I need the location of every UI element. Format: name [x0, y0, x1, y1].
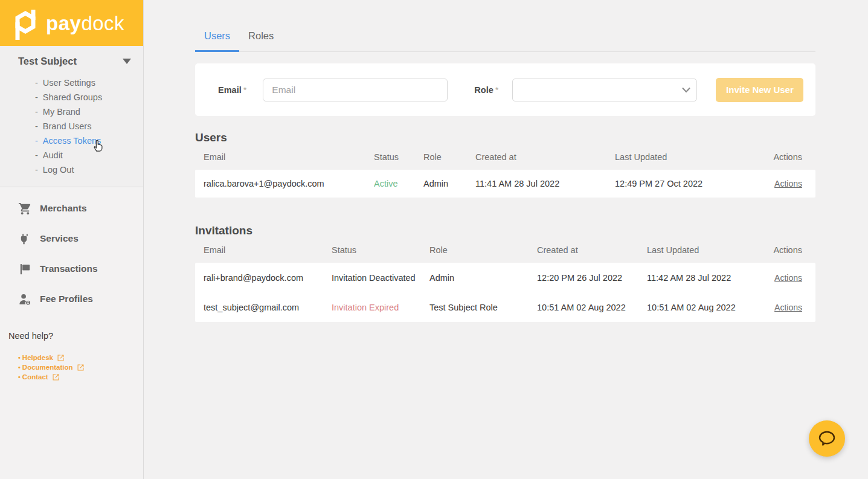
external-link-icon [77, 364, 84, 371]
sidebar-nav: MerchantsServicesTransactionsFee Profile… [0, 193, 143, 314]
cell-status: Active [374, 179, 423, 188]
help-link-label: Contact [22, 372, 48, 382]
cell-email: rali+brand@paydock.com [204, 273, 332, 283]
help-link-label: Documentation [22, 362, 73, 372]
cell-last-updated: 11:42 AM 28 Jul 2022 [647, 273, 769, 283]
paydock-hexagon-logo-icon [12, 9, 39, 40]
sidebar-nav-merchants[interactable]: Merchants [0, 193, 143, 223]
users-section-title: Users [195, 131, 815, 144]
column-header-last-updated: Last Updated [647, 245, 769, 255]
account-switcher[interactable]: Test Subject [0, 46, 143, 69]
sidebar-nav-services[interactable]: Services [0, 223, 143, 254]
column-header-actions: Actions [769, 245, 802, 255]
help-link-documentation[interactable]: Documentation [18, 362, 135, 372]
column-header-email: Email [204, 245, 332, 255]
users-table: EmailStatusRoleCreated atLast UpdatedAct… [195, 144, 815, 198]
users-table-body: ralica.barova+1@paydock.comActiveAdmin11… [195, 170, 815, 198]
tab-bar: UsersRoles [195, 30, 815, 52]
nav-label: Merchants [40, 203, 87, 214]
help-link-helpdesk[interactable]: Helpdesk [18, 353, 135, 362]
sidebar-lower: MerchantsServicesTransactionsFee Profile… [0, 187, 143, 479]
flag-icon [18, 262, 32, 276]
table-row: ralica.barova+1@paydock.comActiveAdmin11… [195, 170, 815, 198]
invite-user-form: Email* Role* Invite New User [195, 63, 815, 116]
cell-last-updated: 10:51 AM 02 Aug 2022 [647, 303, 769, 312]
email-field[interactable] [263, 79, 448, 101]
column-header-created-at: Created at [475, 152, 615, 162]
cell-role: Admin [429, 273, 537, 283]
help-links: HelpdeskDocumentationContact [8, 353, 135, 382]
invitations-section-title: Invitations [195, 224, 815, 237]
logo-wordmark: paydock [46, 13, 124, 33]
main-area: UsersRoles Email* Role* Invite New User … [144, 0, 868, 479]
invitations-table-body: rali+brand@paydock.comInvitation Deactiv… [195, 263, 815, 322]
cell-created-at: 12:20 PM 26 Jul 2022 [537, 273, 647, 283]
nav-label: Transactions [40, 263, 98, 274]
sidebar-nav-transactions[interactable]: Transactions [0, 254, 143, 284]
cart-icon [18, 202, 32, 216]
caret-down-icon [123, 59, 131, 64]
required-mark: * [243, 85, 247, 95]
cell-email: ralica.barova+1@paydock.com [204, 179, 374, 188]
cell-last-updated: 12:49 PM 27 Oct 2022 [615, 179, 769, 188]
tab-users[interactable]: Users [195, 30, 239, 51]
users-table-header: EmailStatusRoleCreated atLast UpdatedAct… [195, 144, 815, 170]
column-header-actions: Actions [769, 152, 802, 162]
external-link-icon [57, 355, 64, 361]
external-link-icon [53, 374, 59, 381]
help-link-contact[interactable]: Contact [18, 372, 135, 382]
cell-role: Admin [423, 179, 475, 188]
cell-role: Test Subject Role [429, 303, 537, 312]
column-header-status: Status [374, 152, 423, 162]
sidebar-menu: User SettingsShared GroupsMy BrandBrand … [0, 69, 143, 187]
sidebar-nav-fee-profiles[interactable]: Fee Profiles [0, 284, 143, 314]
column-header-created-at: Created at [537, 245, 647, 255]
actions-link[interactable]: Actions [774, 179, 802, 188]
table-row: test_subject@gmail.comInvitation Expired… [195, 292, 815, 322]
sidebar-item-shared-groups[interactable]: Shared Groups [35, 90, 143, 104]
help-title: Need help? [8, 331, 135, 341]
actions-link[interactable]: Actions [774, 303, 802, 312]
invitations-table: EmailStatusRoleCreated atLast UpdatedAct… [195, 237, 815, 322]
nav-label: Services [40, 233, 79, 244]
sidebar-item-my-brand[interactable]: My Brand [35, 104, 143, 119]
role-select[interactable] [512, 79, 697, 101]
sidebar-item-log-out[interactable]: Log Out [35, 162, 143, 177]
column-header-last-updated: Last Updated [615, 152, 769, 162]
column-header-role: Role [429, 245, 537, 255]
tab-roles[interactable]: Roles [239, 30, 283, 51]
chat-widget-button[interactable] [809, 420, 845, 457]
email-label: Email* [218, 85, 246, 95]
nav-label: Fee Profiles [40, 294, 93, 304]
chat-bubble-icon [818, 430, 836, 447]
person-dollar-icon [18, 292, 32, 306]
invite-new-user-button[interactable]: Invite New User [716, 78, 803, 102]
column-header-role: Role [423, 152, 475, 162]
actions-link[interactable]: Actions [774, 273, 802, 283]
role-label: Role* [474, 85, 498, 95]
column-header-email: Email [204, 152, 374, 162]
sidebar-item-audit[interactable]: Audit [35, 148, 143, 162]
invitations-table-header: EmailStatusRoleCreated atLast UpdatedAct… [195, 237, 815, 263]
role-select-wrap [512, 79, 697, 101]
cell-status: Invitation Deactivated [332, 273, 429, 283]
sidebar: paydock Test Subject User SettingsShared… [0, 0, 144, 479]
plug-icon [18, 232, 32, 246]
cell-created-at: 11:41 AM 28 Jul 2022 [475, 179, 615, 188]
table-row: rali+brand@paydock.comInvitation Deactiv… [195, 263, 815, 292]
sidebar-item-user-settings[interactable]: User Settings [35, 76, 143, 90]
paydock-logo[interactable]: paydock [0, 0, 143, 46]
sidebar-item-brand-users[interactable]: Brand Users [35, 119, 143, 133]
column-header-status: Status [332, 245, 429, 255]
help-link-label: Helpdesk [22, 353, 53, 362]
cell-status: Invitation Expired [332, 303, 429, 312]
help-section: Need help? HelpdeskDocumentationContact [0, 314, 143, 382]
sidebar-item-access-tokens[interactable]: Access Tokens [35, 133, 143, 148]
account-name: Test Subject [18, 56, 77, 67]
cell-created-at: 10:51 AM 02 Aug 2022 [537, 303, 647, 312]
required-mark: * [495, 85, 499, 95]
cell-email: test_subject@gmail.com [204, 303, 332, 312]
